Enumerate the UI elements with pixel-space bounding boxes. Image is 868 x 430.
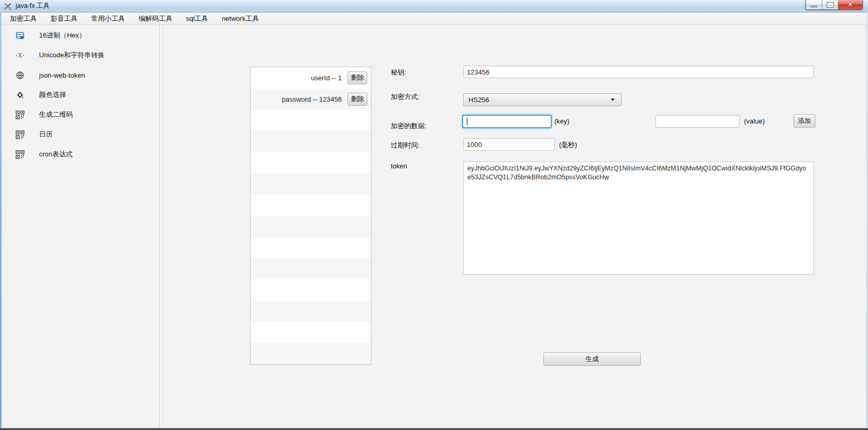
empty-list-row — [251, 152, 371, 174]
add-claim-button[interactable]: 添加 — [793, 114, 815, 128]
empty-list-row — [251, 174, 371, 195]
chevron-down-icon — [611, 99, 615, 101]
sidebar-item-label: 日历 — [39, 130, 53, 139]
claim-row-userid[interactable]: userId -- 1 删除 — [251, 67, 371, 89]
jwt-claims-list: userId -- 1 删除 password -- 123456 删除 — [250, 67, 371, 365]
app-tools-icon — [4, 2, 12, 10]
empty-list-row — [251, 131, 371, 152]
delete-claim-button[interactable]: 删除 — [348, 71, 367, 84]
maximize-button[interactable] — [822, 0, 838, 9]
empty-list-row — [251, 279, 371, 301]
menu-network-tools[interactable]: network工具 — [215, 13, 266, 24]
empty-list-row — [251, 109, 371, 131]
sidebar-item-jwt[interactable]: json-web-token — [2, 65, 159, 85]
value-hint-label: (value) — [744, 117, 765, 125]
svg-text:X: X — [18, 52, 22, 59]
sidebar-item-label: 生成二维码 — [39, 110, 73, 119]
sidebar-item-label: Unicode和字符串转换 — [39, 51, 105, 60]
claim-row-password[interactable]: password -- 123456 删除 — [251, 89, 371, 110]
sidebar-item-hex[interactable]: 16进制（Hex） — [2, 26, 159, 45]
token-output[interactable]: eyJhbGciOiJIUzI1NiJ9.eyJwYXNzd29yZCI6IjE… — [463, 162, 814, 275]
sidebar-item-unicode[interactable]: X Unicode和字符串转换 — [2, 45, 159, 65]
expire-unit-label: (毫秒) — [559, 140, 577, 150]
sidebar-item-label: 颜色选择 — [39, 90, 66, 100]
empty-list-row — [251, 322, 371, 343]
algorithm-select[interactable]: HS256 — [463, 93, 622, 106]
text-caret — [467, 118, 467, 126]
sidebar-item-calendar[interactable]: 日历 — [2, 125, 159, 144]
qrcode-icon — [16, 110, 24, 119]
window-bottom-border — [0, 428, 868, 430]
close-icon: ✕ — [848, 2, 853, 8]
claim-text: userId -- 1 — [311, 74, 342, 82]
menubar: 加密工具 影音工具 常用小工具 编解码工具 sql工具 network工具 — [0, 12, 868, 25]
empty-list-row — [251, 237, 371, 259]
window-title: java-fx 工具 — [16, 2, 49, 10]
claim-text: password -- 123456 — [282, 95, 342, 103]
window-controls: ✕ — [805, 0, 863, 10]
sidebar-separator — [159, 25, 162, 428]
titlebar: java-fx 工具 ✕ — [0, 0, 868, 12]
empty-list-row — [251, 301, 371, 322]
delete-claim-button[interactable]: 删除 — [348, 93, 367, 106]
claim-data-label: 加密的数据: — [391, 121, 427, 131]
key-hint-label: (key) — [554, 117, 569, 125]
sidebar: 16进制（Hex） X Unicode和字符串转换 json-web-token — [2, 26, 159, 428]
menu-encrypt-tools[interactable]: 加密工具 — [3, 13, 44, 24]
empty-list-row — [251, 343, 371, 364]
unicode-icon: X — [16, 51, 24, 60]
claim-key-input[interactable] — [462, 115, 552, 128]
token-label: token — [391, 162, 407, 170]
color-picker-icon — [16, 91, 24, 100]
menu-sql-tools[interactable]: sql工具 — [179, 13, 215, 24]
sidebar-item-label: 16进制（Hex） — [39, 31, 86, 40]
minimize-icon — [811, 6, 817, 7]
secret-label: 秘钥: — [391, 68, 406, 77]
minimize-button[interactable] — [806, 0, 822, 9]
globe-icon — [16, 71, 24, 80]
qrcode-icon — [16, 150, 24, 159]
close-button[interactable]: ✕ — [838, 0, 862, 9]
window-left-border — [0, 12, 2, 428]
sidebar-item-label: json-web-token — [39, 71, 85, 79]
sidebar-item-cron[interactable]: cron表达式 — [2, 144, 159, 164]
algorithm-value: HS256 — [468, 96, 489, 104]
sidebar-item-color[interactable]: 颜色选择 — [2, 85, 159, 105]
hex-icon — [16, 31, 24, 40]
menu-common-tools[interactable]: 常用小工具 — [84, 13, 132, 24]
sidebar-item-label: cron表达式 — [39, 150, 72, 159]
empty-list-row — [251, 216, 371, 237]
claim-value-input[interactable] — [655, 115, 740, 128]
maximize-icon — [827, 3, 833, 7]
generate-button[interactable]: 生成 — [543, 352, 641, 366]
menu-codec-tools[interactable]: 编解码工具 — [132, 13, 179, 24]
expire-label: 过期时间: — [391, 141, 420, 150]
algorithm-label: 加密方式: — [391, 92, 420, 102]
expire-input[interactable] — [463, 138, 555, 151]
empty-list-row — [251, 258, 371, 279]
menu-media-tools[interactable]: 影音工具 — [44, 13, 84, 24]
qrcode-icon — [16, 130, 24, 139]
empty-list-row — [251, 194, 371, 216]
sidebar-item-qrcode[interactable]: 生成二维码 — [2, 105, 159, 125]
secret-input[interactable] — [463, 66, 814, 78]
